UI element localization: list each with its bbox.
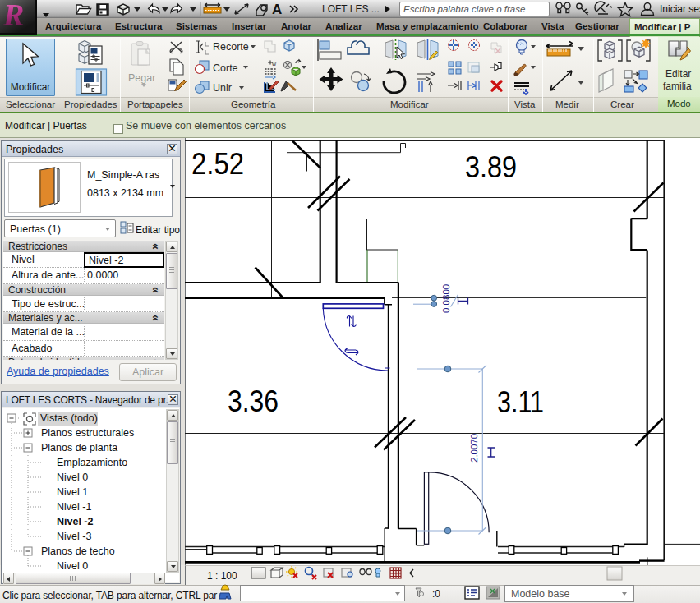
svg-text:0.0800: 0.0800: [441, 284, 451, 313]
svg-text:3.11: 3.11: [497, 385, 544, 419]
svg-text:2.52: 2.52: [191, 147, 244, 181]
svg-text:3.36: 3.36: [228, 384, 279, 418]
svg-text:2.0070: 2.0070: [469, 434, 479, 463]
svg-text:3.89: 3.89: [465, 150, 517, 184]
